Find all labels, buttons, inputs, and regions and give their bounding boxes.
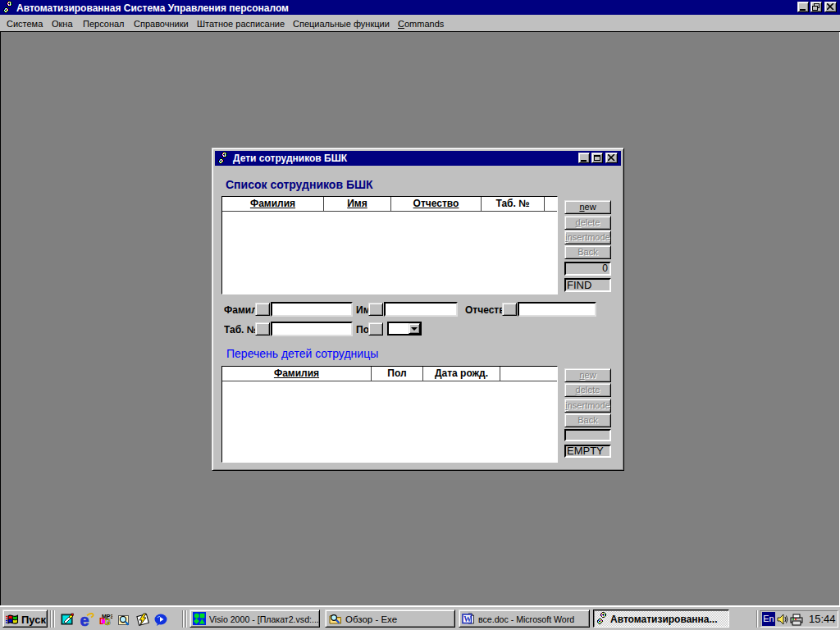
svg-text:G: G <box>104 618 111 626</box>
svg-text:W: W <box>463 615 472 623</box>
